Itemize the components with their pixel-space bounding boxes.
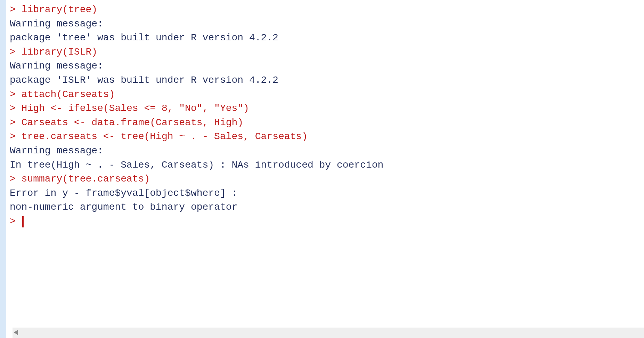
console-line: > High <- ifelse(Sales <= 8, "No", "Yes"… — [10, 102, 644, 116]
console-line: > library(tree) — [10, 3, 644, 17]
console-line: > tree.carseats <- tree(High ~ . - Sales… — [10, 130, 644, 144]
console-input-text: Carseats <- data.frame(Carseats, High) — [22, 117, 244, 128]
prompt: > — [10, 117, 22, 128]
prompt: > — [10, 216, 22, 227]
r-console[interactable]: > library(tree) Warning message: package… — [6, 0, 644, 229]
text-cursor — [22, 216, 24, 227]
prompt: > — [10, 47, 22, 57]
console-output-text: package 'tree' was built under R version… — [10, 31, 644, 45]
console-gutter — [0, 0, 6, 338]
console-line: > library(ISLR) — [10, 45, 644, 59]
console-output-text: Warning message: — [10, 144, 644, 158]
console-input-text: summary(tree.carseats) — [22, 174, 150, 184]
prompt: > — [10, 131, 22, 142]
scroll-left-arrow-icon[interactable] — [14, 330, 18, 335]
console-output-text: non-numeric argument to binary operator — [10, 200, 644, 215]
prompt: > — [10, 103, 22, 114]
horizontal-scrollbar[interactable] — [13, 328, 644, 338]
console-input-text: attach(Carseats) — [22, 89, 115, 100]
prompt: > — [10, 89, 22, 100]
console-input-text: tree.carseats <- tree(High ~ . - Sales, … — [22, 131, 308, 142]
console-output-text: Warning message: — [10, 59, 644, 73]
console-output-text: In tree(High ~ . - Sales, Carseats) : NA… — [10, 158, 644, 172]
console-output-text: package 'ISLR' was built under R version… — [10, 73, 644, 88]
console-line: > Carseats <- data.frame(Carseats, High) — [10, 116, 644, 130]
console-line: > attach(Carseats) — [10, 88, 644, 102]
console-input-text: library(ISLR) — [22, 47, 97, 57]
console-output-text: Error in y - frame$yval[object$where] : — [10, 186, 644, 201]
console-input-text: High <- ifelse(Sales <= 8, "No", "Yes") — [22, 103, 249, 114]
console-input-text: library(tree) — [22, 4, 97, 15]
console-wrapper: > library(tree) Warning message: package… — [6, 0, 644, 338]
console-line: > — [10, 215, 644, 229]
console-output-text: Warning message: — [10, 17, 644, 31]
prompt: > — [10, 4, 22, 15]
console-line: > summary(tree.carseats) — [10, 172, 644, 186]
prompt: > — [10, 174, 22, 184]
